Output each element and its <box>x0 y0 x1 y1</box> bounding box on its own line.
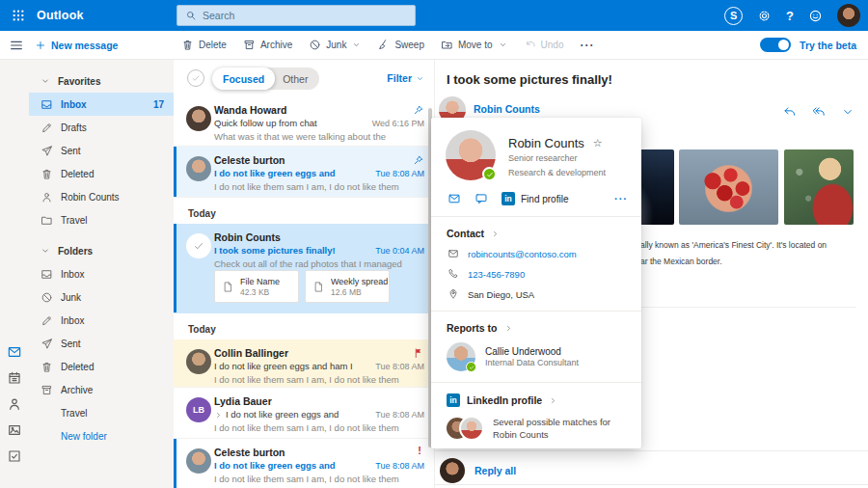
app-launcher-icon[interactable] <box>11 8 26 23</box>
calendar-module-icon[interactable] <box>7 370 22 386</box>
message-row-collin-ballinger[interactable]: Collin Ballinger I do not like green egg… <box>174 339 434 388</box>
favorites-header[interactable]: Favorites <box>29 69 174 93</box>
message-preview: I do not like them sam I am, I do not li… <box>214 421 424 435</box>
sender-name-link[interactable]: Robin Counts <box>474 103 540 115</box>
contact-section-header[interactable]: Contact <box>431 217 641 239</box>
sidebar-item-sent[interactable]: Sent <box>29 139 174 162</box>
sidebar-item-drafts[interactable]: Drafts <box>29 116 174 139</box>
sidebar-item-travel-2[interactable]: Travel <box>29 401 174 424</box>
message-row-robin-counts[interactable]: Robin Counts I took some pictures finall… <box>174 224 434 313</box>
contact-phone-row: 123-456-7890 <box>431 259 641 280</box>
manager-row[interactable]: Callie Underwood Internal Data Consultan… <box>431 334 641 371</box>
move-to-button[interactable]: Move to <box>441 39 507 51</box>
search-box[interactable] <box>176 5 416 26</box>
find-profile-button[interactable]: in Find profile <box>502 192 568 205</box>
card-more-button[interactable]: ··· <box>614 193 628 204</box>
folders-header[interactable]: Folders <box>29 239 174 262</box>
chevron-down-icon <box>41 246 50 256</box>
settings-gear-icon[interactable] <box>757 9 772 23</box>
linkedin-profile-label: LinkedIn profile <box>467 394 542 406</box>
mail-module-icon[interactable] <box>7 344 22 360</box>
sender-avatar <box>186 448 211 474</box>
send-email-icon[interactable] <box>448 192 461 205</box>
message-date: Wed 6:16 PM <box>372 119 424 128</box>
contact-email-row: robincounts@contoso.com <box>431 239 641 259</box>
filter-button[interactable]: Filter <box>387 72 424 84</box>
skype-icon[interactable]: S <box>724 7 743 25</box>
tab-focused[interactable]: Focused <box>212 68 275 90</box>
message-subject: I do not like green eggs and ham I <box>214 360 367 373</box>
reply-icon[interactable] <box>783 105 797 119</box>
more-commands-button[interactable]: ··· <box>580 39 594 52</box>
pin-icon[interactable] <box>413 154 424 166</box>
plus-icon <box>35 40 46 51</box>
archive-icon <box>41 384 53 396</box>
chevron-down-icon[interactable] <box>841 105 854 119</box>
new-message-button[interactable]: New message <box>35 31 118 59</box>
search-input[interactable] <box>203 10 407 21</box>
pin-icon[interactable] <box>413 104 424 116</box>
selected-check-circle[interactable] <box>186 233 211 258</box>
sidebar-item-travel[interactable]: Travel <box>29 208 174 231</box>
contact-email-link[interactable]: robincounts@contoso.com <box>468 249 577 259</box>
reply-all-icon[interactable] <box>812 105 826 119</box>
attachment-chip[interactable]: File Name 42.3 KB <box>214 270 299 303</box>
linkedin-profile-section[interactable]: in LinkedIn profile <box>431 383 641 407</box>
account-avatar[interactable] <box>837 4 860 27</box>
reply-all-button[interactable]: Reply all <box>475 465 516 476</box>
message-row-wanda-howard[interactable]: Wanda Howard Quick follow up from chat W… <box>174 96 434 147</box>
attachment-name: File Name <box>240 276 280 287</box>
junk-button[interactable]: Junk <box>309 39 361 51</box>
reply-actions <box>783 105 854 119</box>
sidebar-item-deleted[interactable]: Deleted <box>29 162 174 185</box>
sidebar-item-inbox-3[interactable]: Inbox <box>29 309 174 332</box>
new-folder-label: New folder <box>61 431 107 442</box>
help-icon[interactable]: ? <box>786 9 794 23</box>
sidebar-item-inbox-2[interactable]: Inbox <box>29 262 174 285</box>
tab-other[interactable]: Other <box>275 73 319 85</box>
sidebar-item-junk[interactable]: Junk <box>29 285 174 309</box>
linkedin-matches-row[interactable]: Several possible matches for Robin Count… <box>431 407 641 441</box>
manager-avatar <box>447 342 475 371</box>
chat-icon[interactable] <box>475 192 488 205</box>
expand-conversation-icon[interactable] <box>214 411 223 420</box>
hamburger-menu-icon[interactable] <box>9 38 24 53</box>
sidebar-item-deleted-2[interactable]: Deleted <box>29 355 174 378</box>
sweep-button[interactable]: Sweep <box>377 39 424 51</box>
photo-attachment-strawberries[interactable] <box>679 149 778 225</box>
match-avatars <box>447 416 485 441</box>
people-module-icon[interactable] <box>7 396 22 412</box>
message-date: Tue 8:08 AM <box>375 461 424 471</box>
message-summary: Lydia Bauer I do not like green eggs and… <box>214 394 424 435</box>
delete-button[interactable]: Delete <box>181 39 227 51</box>
reports-to-section-header[interactable]: Reports to <box>431 312 641 334</box>
feedback-smiley-icon[interactable] <box>808 9 823 23</box>
message-row-lydia-bauer[interactable]: LB Lydia Bauer I do not like green eggs … <box>174 388 434 439</box>
photos-module-icon[interactable] <box>7 422 22 438</box>
message-row-celeste-burton-1[interactable]: Celeste burton I do not like green eggs … <box>174 147 434 198</box>
archive-button[interactable]: Archive <box>243 39 292 51</box>
sidebar-item-archive[interactable]: Archive <box>29 378 174 401</box>
beta-toggle[interactable] <box>760 38 791 52</box>
new-folder-button[interactable]: New folder <box>29 424 174 447</box>
move-to-label: Move to <box>458 40 493 50</box>
sidebar-item-label: Robin Counts <box>61 192 120 203</box>
favorite-star-icon[interactable]: ☆ <box>593 137 603 149</box>
person-icon <box>41 191 53 203</box>
flag-icon[interactable] <box>413 347 424 359</box>
message-row-celeste-burton-2[interactable]: Celeste burton I do not like green eggs … <box>174 439 434 488</box>
attachment-chip[interactable]: Weekly spread 12.6 MB <box>305 270 390 303</box>
sidebar-item-robin-counts[interactable]: Robin Counts <box>29 185 174 208</box>
inbox-icon <box>41 268 53 281</box>
undo-button[interactable]: Undo <box>524 39 564 51</box>
presence-available-badge <box>466 362 476 372</box>
contact-phone-link[interactable]: 123-456-7890 <box>468 269 525 280</box>
module-rail <box>0 60 29 488</box>
sidebar-item-inbox[interactable]: Inbox 17 <box>29 93 174 116</box>
tasks-module-icon[interactable] <box>7 448 22 464</box>
select-all-checkbox[interactable] <box>187 69 204 87</box>
photo-attachment-portrait[interactable] <box>784 149 854 225</box>
delete-label: Delete <box>199 40 227 50</box>
sidebar-item-sent-2[interactable]: Sent <box>29 332 174 355</box>
message-date: Tue 8:08 AM <box>375 410 424 420</box>
